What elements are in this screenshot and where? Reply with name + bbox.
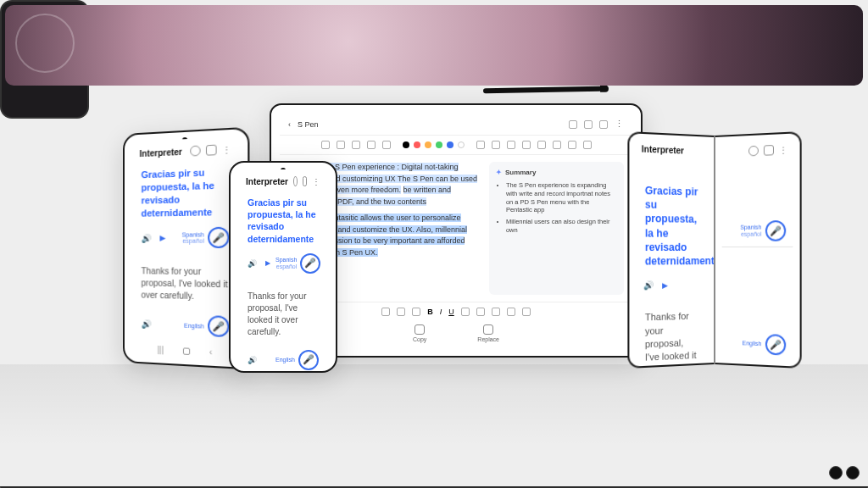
translated-text: Gracias pir su propuesta, la he revisado… [237, 190, 329, 250]
mic-icon: 🎤 [304, 258, 316, 269]
more-icon[interactable]: ⋮ [778, 145, 787, 155]
mic-icon: 🎤 [303, 354, 314, 365]
phone-device-front: Interpreter ⋮ Gracias pir su propuesta, … [229, 161, 337, 373]
mic-icon: 🎤 [212, 232, 225, 244]
mic-icon: 🎤 [769, 225, 781, 236]
mic-button[interactable]: 🎤 [765, 220, 785, 241]
camera-lens-icon [846, 466, 860, 480]
redo-icon[interactable] [397, 308, 405, 316]
original-text: Thanks for your proposal, I've looked it… [237, 282, 329, 347]
highlighter-icon[interactable] [352, 141, 360, 149]
lasso-icon[interactable] [507, 141, 515, 149]
grid-icon[interactable] [583, 141, 592, 149]
expand-icon[interactable] [569, 120, 577, 129]
more-icon[interactable]: ⋮ [615, 119, 624, 130]
speaker-icon[interactable]: 🔊 [142, 234, 152, 243]
camera-icon[interactable] [553, 141, 561, 149]
share-icon[interactable] [584, 120, 593, 129]
flip-phone-device [0, 0, 89, 119]
back-chevron-icon[interactable]: ‹ [288, 120, 291, 129]
play-icon[interactable]: ▶ [159, 234, 165, 242]
original-text: Thanks for your proposal, I've looked it… [131, 257, 241, 313]
text-color-icon[interactable] [461, 308, 470, 316]
pen-color-swatches [403, 141, 465, 148]
indent-icon[interactable] [522, 308, 531, 316]
align-icon[interactable] [476, 308, 485, 316]
replace-icon [483, 324, 493, 335]
app-title: Interpreter [140, 147, 185, 158]
play-icon[interactable]: ▶ [662, 280, 668, 289]
window-icon[interactable] [206, 145, 217, 156]
divider [721, 247, 792, 247]
play-icon[interactable]: ▶ [265, 259, 270, 267]
text-icon[interactable] [382, 141, 391, 149]
original-text: Thanks for your proposal, I've looked it… [637, 296, 707, 369]
mic-icon: 🎤 [769, 339, 781, 351]
color-swatch[interactable] [403, 141, 409, 148]
attachment-icon[interactable] [537, 141, 546, 149]
checklist-icon[interactable] [507, 308, 515, 316]
s-pen-stylus [483, 86, 602, 93]
speaker-icon[interactable]: 🔊 [248, 356, 257, 364]
back-icon[interactable]: ‹ [209, 347, 213, 358]
bold-icon[interactable]: B [427, 308, 433, 316]
color-swatch[interactable] [425, 141, 431, 148]
italic-icon[interactable]: I [440, 308, 442, 316]
mic-button[interactable]: 🎤 [208, 227, 230, 248]
fold-right-screen: ⋮ Spanish español 🎤 Engli [715, 131, 801, 369]
speaker-icon[interactable]: 🔊 [643, 280, 654, 290]
clock-ring-icon [15, 14, 75, 73]
window-icon[interactable] [303, 176, 307, 186]
color-swatch[interactable] [458, 141, 465, 148]
target-language-label[interactable]: English [184, 322, 204, 330]
home-icon[interactable] [183, 347, 190, 355]
mic-button[interactable]: 🎤 [300, 253, 320, 274]
summary-item: Millennial users can also design their o… [506, 218, 617, 235]
more-icon[interactable]: ⋮ [312, 177, 320, 186]
android-nav-bar: ||| ‹ [131, 339, 241, 363]
summary-title: Summary [496, 169, 617, 176]
tablet-titlebar: ‹ S Pen ⋮ [280, 114, 632, 136]
color-swatch[interactable] [447, 141, 453, 148]
source-language-label[interactable]: Spanish español [182, 231, 204, 245]
clipboard-icon[interactable] [568, 141, 576, 149]
undo-icon[interactable] [321, 141, 330, 149]
color-swatch[interactable] [414, 141, 420, 148]
source-language-label[interactable]: Spanish español [275, 257, 297, 269]
window-icon[interactable] [763, 145, 773, 156]
copy-icon [415, 324, 425, 335]
summary-item: The S Pen experience is expanding with w… [506, 181, 617, 214]
mic-button[interactable]: 🎤 [208, 316, 230, 338]
list-icon[interactable] [492, 308, 500, 316]
eraser-icon[interactable] [367, 141, 376, 149]
fold-left-screen: Interpreter Gracias pir su propuesta, la… [627, 131, 714, 369]
ai-icon[interactable] [522, 141, 531, 149]
history-icon[interactable] [748, 146, 758, 157]
target-language-label[interactable]: English [275, 357, 295, 363]
product-lineup-stage: ‹ S Pen ⋮ [0, 0, 868, 488]
mic-button[interactable]: 🎤 [765, 334, 785, 356]
history-icon[interactable] [293, 176, 298, 186]
translated-text: Gracias pir su propuesta, la he revisado… [131, 158, 241, 225]
font-icon[interactable] [412, 308, 420, 316]
source-language-label[interactable]: Spanish español [740, 225, 761, 238]
color-swatch[interactable] [436, 141, 442, 148]
interpreter-app: Interpreter ⋮ Gracias pir su propuesta, … [131, 136, 241, 360]
target-language-label[interactable]: English [742, 340, 761, 347]
history-icon[interactable] [190, 146, 200, 157]
underline-icon[interactable]: U [448, 308, 454, 316]
recents-icon[interactable]: ||| [157, 345, 164, 355]
replace-button[interactable]: Replace [477, 324, 499, 342]
more-icon[interactable]: ⋮ [222, 144, 231, 154]
mic-button[interactable]: 🎤 [298, 350, 319, 370]
flip-cover-screen[interactable] [5, 5, 863, 86]
speaker-icon[interactable]: 🔊 [142, 319, 152, 330]
shape-icon[interactable] [492, 141, 500, 149]
speaker-icon[interactable]: 🔊 [248, 259, 257, 268]
floor-reflection [0, 364, 868, 466]
selection-icon[interactable] [476, 141, 485, 149]
search-icon[interactable] [599, 120, 608, 129]
copy-button[interactable]: Copy [413, 324, 426, 342]
undo-icon[interactable] [381, 308, 390, 316]
pen-icon[interactable] [337, 141, 345, 149]
